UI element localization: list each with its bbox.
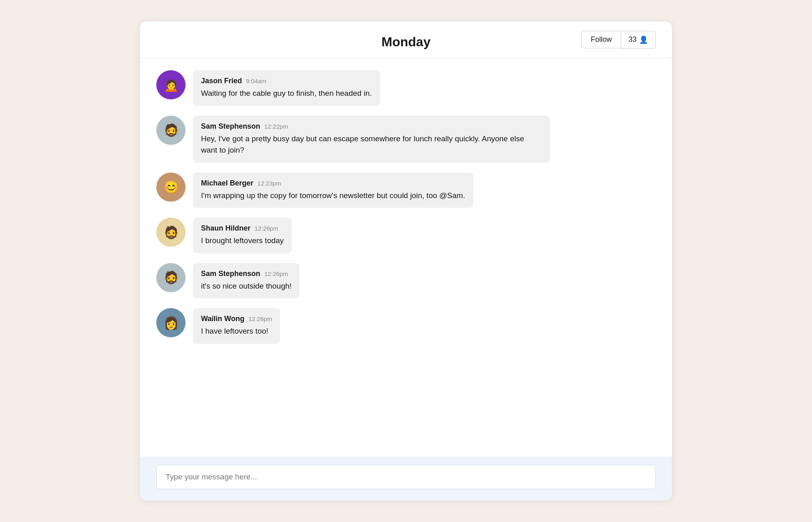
message-bubble: Michael Berger 12:23pm I'm wrapping up t… <box>193 173 473 208</box>
message-row: 🧔 Sam Stephenson 12:22pm Hey, I've got a… <box>156 116 656 163</box>
avatar: 😊 <box>156 173 186 202</box>
follow-button[interactable]: Follow <box>581 31 621 48</box>
message-row: 😊 Michael Berger 12:23pm I'm wrapping up… <box>156 173 656 208</box>
avatar: 🧔 <box>156 218 186 247</box>
message-bubble: Sam Stephenson 12:22pm Hey, I've got a p… <box>193 116 550 163</box>
message-row: 🧔 Shaun Hildner 12:26pm I brought leftov… <box>156 218 656 253</box>
chat-header: Monday Follow 33 👤 <box>140 22 672 58</box>
messages-area: 🙍 Jason Fried 9:04am Waiting for the cab… <box>140 58 672 457</box>
message-header: Shaun Hildner 12:26pm <box>201 224 284 233</box>
message-time: 12:26pm <box>255 225 278 232</box>
message-text: Hey, I've got a pretty busy day but can … <box>201 133 542 156</box>
message-bubble: Sam Stephenson 12:26pm it's so nice outs… <box>193 263 300 299</box>
message-bubble: Wailin Wong 12:26pm I have leftovers too… <box>193 308 280 344</box>
followers-icon: 👤 <box>639 35 648 44</box>
message-author: Jason Fried <box>201 77 242 85</box>
message-time: 12:26pm <box>264 270 288 277</box>
message-time: 12:26pm <box>248 315 272 322</box>
avatar: 🧔 <box>156 263 186 292</box>
message-row: 🙍 Jason Fried 9:04am Waiting for the cab… <box>156 70 656 106</box>
message-text: it's so nice outside though! <box>201 280 292 292</box>
message-header: Sam Stephenson 12:22pm <box>201 122 542 131</box>
chat-window: Monday Follow 33 👤 🙍 Jason Fried 9:04am … <box>140 22 672 500</box>
avatar: 🙍 <box>156 70 186 99</box>
message-text: I'm wrapping up the copy for tomorrow's … <box>201 190 465 202</box>
page-title: Monday <box>382 35 431 50</box>
message-author: Sam Stephenson <box>201 122 260 131</box>
header-actions: Follow 33 👤 <box>581 31 656 49</box>
message-input[interactable] <box>156 465 656 489</box>
message-time: 12:22pm <box>264 123 288 130</box>
message-header: Michael Berger 12:23pm <box>201 179 465 188</box>
message-row: 👩 Wailin Wong 12:26pm I have leftovers t… <box>156 308 656 344</box>
message-header: Jason Fried 9:04am <box>201 77 372 85</box>
message-author: Shaun Hildner <box>201 224 251 233</box>
message-author: Wailin Wong <box>201 315 244 323</box>
message-row: 🧔 Sam Stephenson 12:26pm it's so nice ou… <box>156 263 656 299</box>
message-bubble: Jason Fried 9:04am Waiting for the cable… <box>193 70 380 106</box>
followers-count: 33 <box>628 35 637 44</box>
followers-button[interactable]: 33 👤 <box>621 31 656 49</box>
message-header: Wailin Wong 12:26pm <box>201 315 272 323</box>
message-header: Sam Stephenson 12:26pm <box>201 270 292 278</box>
message-author: Michael Berger <box>201 179 253 188</box>
message-text: I have leftovers too! <box>201 326 272 337</box>
message-text: Waiting for the cable guy to finish, the… <box>201 88 372 99</box>
avatar: 👩 <box>156 308 186 337</box>
message-time: 9:04am <box>246 78 266 84</box>
message-time: 12:23pm <box>257 180 281 187</box>
message-text: I brought leftovers today <box>201 235 284 247</box>
message-bubble: Shaun Hildner 12:26pm I brought leftover… <box>193 218 292 253</box>
message-author: Sam Stephenson <box>201 270 260 278</box>
input-area <box>140 457 672 500</box>
avatar: 🧔 <box>156 116 186 145</box>
